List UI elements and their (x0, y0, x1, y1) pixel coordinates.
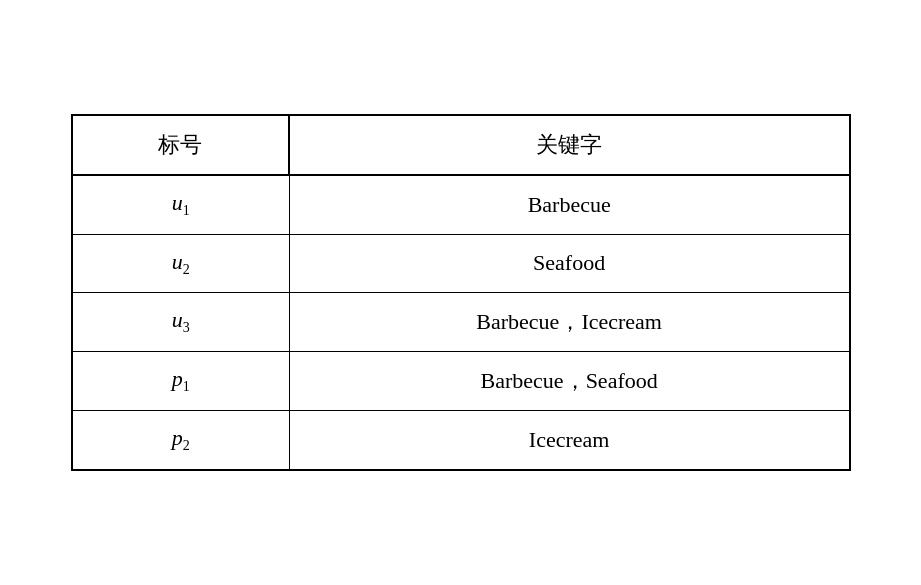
header-keyword: 关键字 (289, 115, 849, 175)
header-row: 标号 关键字 (72, 115, 850, 175)
table-row: p1Barbecue，Seafood (72, 352, 850, 411)
symbol-cell-row-u3: u3 (72, 293, 290, 352)
keyword-cell-row-p1: Barbecue，Seafood (289, 352, 849, 411)
keyword-cell-row-u3: Barbecue，Icecream (289, 293, 849, 352)
keyword-cell-row-u1: Barbecue (289, 175, 849, 234)
symbol-text: p2 (172, 425, 190, 450)
symbol-cell-row-p1: p1 (72, 352, 290, 411)
table-row: u2Seafood (72, 234, 850, 292)
symbol-text: u2 (172, 249, 190, 274)
symbol-text: p1 (172, 366, 190, 391)
symbol-cell-row-p2: p2 (72, 411, 290, 470)
symbol-text: u3 (172, 307, 190, 332)
data-table: 标号 关键字 u1Barbecueu2Seafoodu3Barbecue，Ice… (71, 114, 851, 470)
symbol-text: u1 (172, 190, 190, 215)
keyword-cell-row-u2: Seafood (289, 234, 849, 292)
symbol-cell-row-u1: u1 (72, 175, 290, 234)
symbol-cell-row-u2: u2 (72, 234, 290, 292)
table-row: u1Barbecue (72, 175, 850, 234)
table-row: u3Barbecue，Icecream (72, 293, 850, 352)
table-row: p2Icecream (72, 411, 850, 470)
header-symbol: 标号 (72, 115, 290, 175)
table-wrapper: 标号 关键字 u1Barbecueu2Seafoodu3Barbecue，Ice… (71, 114, 851, 470)
keyword-cell-row-p2: Icecream (289, 411, 849, 470)
